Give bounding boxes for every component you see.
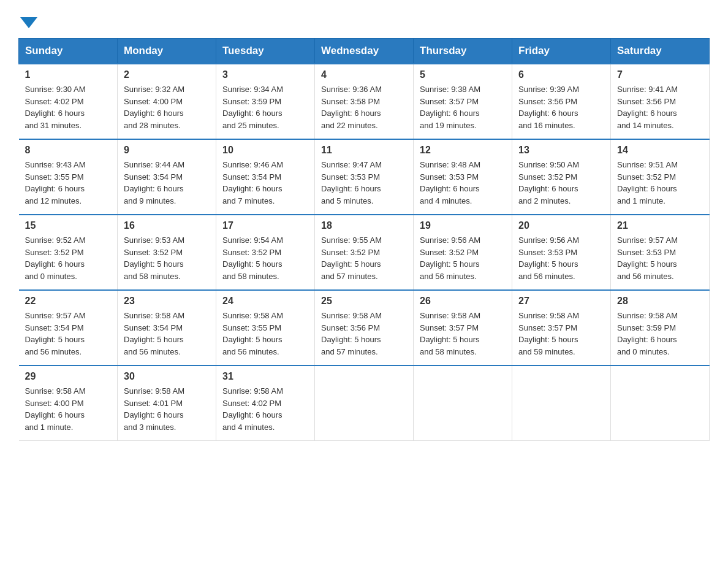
weekday-header-friday: Friday: [512, 39, 611, 64]
day-number: 6: [518, 69, 604, 80]
day-info: Sunrise: 9:44 AMSunset: 3:54 PMDaylight:…: [124, 159, 210, 207]
day-info: Sunrise: 9:58 AMSunset: 3:59 PMDaylight:…: [617, 310, 703, 358]
day-number: 26: [420, 296, 506, 307]
day-info: Sunrise: 9:30 AMSunset: 4:02 PMDaylight:…: [25, 83, 112, 131]
day-number: 10: [222, 145, 308, 156]
calendar-cell: 9Sunrise: 9:44 AMSunset: 3:54 PMDaylight…: [118, 139, 216, 215]
day-number: 22: [25, 296, 112, 307]
day-number: 18: [321, 220, 407, 231]
day-number: 28: [617, 296, 703, 307]
calendar-cell: 1Sunrise: 9:30 AMSunset: 4:02 PMDaylight…: [19, 64, 118, 139]
day-info: Sunrise: 9:51 AMSunset: 3:52 PMDaylight:…: [617, 159, 703, 207]
day-number: 4: [321, 69, 407, 80]
day-info: Sunrise: 9:32 AMSunset: 4:00 PMDaylight:…: [124, 83, 210, 131]
weekday-header-tuesday: Tuesday: [216, 39, 315, 64]
calendar-cell: 15Sunrise: 9:52 AMSunset: 3:52 PMDayligh…: [19, 215, 118, 290]
weekday-header-wednesday: Wednesday: [315, 39, 414, 64]
day-info: Sunrise: 9:43 AMSunset: 3:55 PMDaylight:…: [25, 159, 112, 207]
calendar-cell: 19Sunrise: 9:56 AMSunset: 3:52 PMDayligh…: [414, 215, 512, 290]
calendar-cell: 22Sunrise: 9:57 AMSunset: 3:54 PMDayligh…: [19, 290, 118, 366]
calendar-cell: 8Sunrise: 9:43 AMSunset: 3:55 PMDaylight…: [19, 139, 118, 215]
day-info: Sunrise: 9:34 AMSunset: 3:59 PMDaylight:…: [222, 83, 308, 131]
calendar-cell: 13Sunrise: 9:50 AMSunset: 3:52 PMDayligh…: [512, 139, 611, 215]
day-number: 25: [321, 296, 407, 307]
day-info: Sunrise: 9:58 AMSunset: 3:57 PMDaylight:…: [420, 310, 506, 358]
calendar-cell: 4Sunrise: 9:36 AMSunset: 3:58 PMDaylight…: [315, 64, 414, 139]
day-number: 19: [420, 220, 506, 231]
calendar-cell: 2Sunrise: 9:32 AMSunset: 4:00 PMDaylight…: [118, 64, 216, 139]
day-info: Sunrise: 9:58 AMSunset: 3:56 PMDaylight:…: [321, 310, 407, 358]
logo: [18, 12, 37, 28]
logo-arrow-icon: [20, 17, 37, 28]
day-info: Sunrise: 9:55 AMSunset: 3:52 PMDaylight:…: [321, 234, 407, 282]
day-number: 15: [25, 220, 112, 231]
day-info: Sunrise: 9:36 AMSunset: 3:58 PMDaylight:…: [321, 83, 407, 131]
day-info: Sunrise: 9:53 AMSunset: 3:52 PMDaylight:…: [124, 234, 210, 282]
day-number: 17: [222, 220, 308, 231]
calendar-cell: [512, 366, 611, 441]
day-info: Sunrise: 9:58 AMSunset: 4:00 PMDaylight:…: [25, 385, 112, 433]
calendar-cell: [315, 366, 414, 441]
day-info: Sunrise: 9:58 AMSunset: 4:02 PMDaylight:…: [222, 385, 308, 433]
day-info: Sunrise: 9:39 AMSunset: 3:56 PMDaylight:…: [518, 83, 604, 131]
day-info: Sunrise: 9:52 AMSunset: 3:52 PMDaylight:…: [25, 234, 112, 282]
day-info: Sunrise: 9:41 AMSunset: 3:56 PMDaylight:…: [617, 83, 703, 131]
day-info: Sunrise: 9:58 AMSunset: 3:54 PMDaylight:…: [124, 310, 210, 358]
day-number: 11: [321, 145, 407, 156]
day-number: 9: [124, 145, 210, 156]
calendar-cell: 29Sunrise: 9:58 AMSunset: 4:00 PMDayligh…: [19, 366, 118, 441]
calendar-cell: 14Sunrise: 9:51 AMSunset: 3:52 PMDayligh…: [611, 139, 710, 215]
week-row-3: 15Sunrise: 9:52 AMSunset: 3:52 PMDayligh…: [19, 215, 710, 290]
calendar-cell: 5Sunrise: 9:38 AMSunset: 3:57 PMDaylight…: [414, 64, 512, 139]
day-number: 8: [25, 145, 112, 156]
day-number: 20: [518, 220, 604, 231]
weekday-header-sunday: Sunday: [19, 39, 118, 64]
weekday-header-monday: Monday: [118, 39, 216, 64]
calendar-cell: 6Sunrise: 9:39 AMSunset: 3:56 PMDaylight…: [512, 64, 611, 139]
day-number: 14: [617, 145, 703, 156]
week-row-5: 29Sunrise: 9:58 AMSunset: 4:00 PMDayligh…: [19, 366, 710, 441]
calendar-cell: 26Sunrise: 9:58 AMSunset: 3:57 PMDayligh…: [414, 290, 512, 366]
weekday-header-thursday: Thursday: [414, 39, 512, 64]
day-info: Sunrise: 9:50 AMSunset: 3:52 PMDaylight:…: [518, 159, 604, 207]
calendar-cell: 20Sunrise: 9:56 AMSunset: 3:53 PMDayligh…: [512, 215, 611, 290]
calendar-cell: 16Sunrise: 9:53 AMSunset: 3:52 PMDayligh…: [118, 215, 216, 290]
day-number: 29: [25, 371, 112, 382]
calendar-cell: 7Sunrise: 9:41 AMSunset: 3:56 PMDaylight…: [611, 64, 710, 139]
calendar-cell: 21Sunrise: 9:57 AMSunset: 3:53 PMDayligh…: [611, 215, 710, 290]
day-info: Sunrise: 9:58 AMSunset: 3:55 PMDaylight:…: [222, 310, 308, 358]
calendar-cell: 31Sunrise: 9:58 AMSunset: 4:02 PMDayligh…: [216, 366, 315, 441]
week-row-4: 22Sunrise: 9:57 AMSunset: 3:54 PMDayligh…: [19, 290, 710, 366]
calendar-cell: 3Sunrise: 9:34 AMSunset: 3:59 PMDaylight…: [216, 64, 315, 139]
day-info: Sunrise: 9:48 AMSunset: 3:53 PMDaylight:…: [420, 159, 506, 207]
page-header: [18, 12, 710, 28]
calendar-cell: [414, 366, 512, 441]
day-number: 2: [124, 69, 210, 80]
day-number: 30: [124, 371, 210, 382]
calendar-cell: 12Sunrise: 9:48 AMSunset: 3:53 PMDayligh…: [414, 139, 512, 215]
calendar-cell: [611, 366, 710, 441]
day-number: 13: [518, 145, 604, 156]
day-number: 16: [124, 220, 210, 231]
day-info: Sunrise: 9:57 AMSunset: 3:53 PMDaylight:…: [617, 234, 703, 282]
day-number: 21: [617, 220, 703, 231]
calendar-cell: 24Sunrise: 9:58 AMSunset: 3:55 PMDayligh…: [216, 290, 315, 366]
calendar-cell: 23Sunrise: 9:58 AMSunset: 3:54 PMDayligh…: [118, 290, 216, 366]
calendar-cell: 28Sunrise: 9:58 AMSunset: 3:59 PMDayligh…: [611, 290, 710, 366]
calendar-cell: 30Sunrise: 9:58 AMSunset: 4:01 PMDayligh…: [118, 366, 216, 441]
weekday-header-saturday: Saturday: [611, 39, 710, 64]
week-row-2: 8Sunrise: 9:43 AMSunset: 3:55 PMDaylight…: [19, 139, 710, 215]
day-info: Sunrise: 9:57 AMSunset: 3:54 PMDaylight:…: [25, 310, 112, 358]
week-row-1: 1Sunrise: 9:30 AMSunset: 4:02 PMDaylight…: [19, 64, 710, 139]
day-number: 31: [222, 371, 308, 382]
day-number: 7: [617, 69, 703, 80]
day-info: Sunrise: 9:56 AMSunset: 3:52 PMDaylight:…: [420, 234, 506, 282]
day-info: Sunrise: 9:38 AMSunset: 3:57 PMDaylight:…: [420, 83, 506, 131]
day-number: 23: [124, 296, 210, 307]
day-number: 5: [420, 69, 506, 80]
day-number: 12: [420, 145, 506, 156]
day-info: Sunrise: 9:54 AMSunset: 3:52 PMDaylight:…: [222, 234, 308, 282]
day-number: 1: [25, 69, 112, 80]
day-info: Sunrise: 9:56 AMSunset: 3:53 PMDaylight:…: [518, 234, 604, 282]
calendar-cell: 10Sunrise: 9:46 AMSunset: 3:54 PMDayligh…: [216, 139, 315, 215]
